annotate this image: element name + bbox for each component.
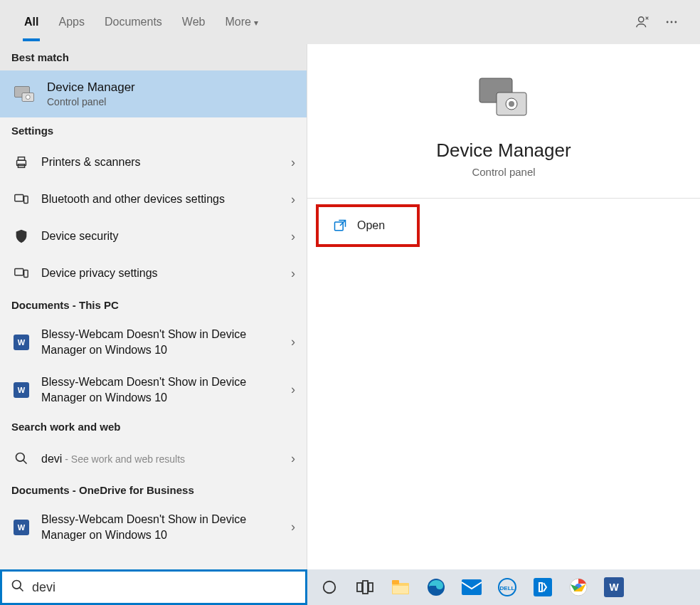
word-doc-icon: W — [11, 332, 31, 352]
tab-more[interactable]: More▾ — [215, 3, 267, 41]
results-pane: Best match Device Manager Control panel … — [0, 44, 307, 569]
docs-pc-header: Documents - This PC — [0, 292, 307, 318]
svg-rect-13 — [24, 270, 28, 277]
svg-text:DELL: DELL — [500, 585, 515, 591]
work-web-header: Search work and web — [0, 414, 307, 440]
tab-all[interactable]: All — [14, 3, 48, 41]
detail-subtitle: Control panel — [307, 166, 700, 178]
word-doc-icon: W — [11, 517, 31, 537]
chevron-right-icon: › — [291, 229, 295, 244]
settings-item-bluetooth[interactable]: Bluetooth and other devices settings › — [0, 181, 307, 218]
taskbar-taskview[interactable] — [349, 573, 381, 601]
device-manager-icon — [11, 81, 37, 107]
best-match-title: Device Manager — [47, 80, 135, 95]
taskbar-edge[interactable] — [420, 573, 452, 601]
detail-title: Device Manager — [307, 140, 700, 162]
taskbar-dell[interactable]: DELL — [491, 573, 524, 601]
work-web-item[interactable]: devi - See work and web results › — [0, 440, 307, 477]
svg-point-2 — [671, 21, 673, 23]
device-manager-large-icon — [474, 73, 534, 122]
taskbar-app[interactable] — [526, 573, 559, 601]
svg-rect-22 — [357, 583, 362, 591]
devices-icon — [11, 189, 31, 209]
svg-point-18 — [509, 101, 514, 107]
settings-item-printers[interactable]: Printers & scanners › — [0, 144, 307, 181]
taskbar: DELL W — [307, 569, 700, 605]
feedback-icon[interactable] — [629, 8, 657, 36]
chevron-right-icon: › — [291, 155, 295, 170]
taskbar-cortana[interactable] — [313, 573, 346, 601]
tab-web[interactable]: Web — [172, 3, 216, 41]
tab-documents[interactable]: Documents — [95, 3, 172, 41]
svg-point-6 — [26, 95, 30, 100]
chevron-right-icon: › — [291, 520, 295, 535]
search-input[interactable] — [32, 580, 297, 595]
settings-header: Settings — [0, 117, 307, 144]
svg-point-20 — [13, 581, 21, 589]
settings-item-privacy[interactable]: Device privacy settings › — [0, 255, 307, 292]
chevron-right-icon: › — [291, 266, 295, 281]
printer-icon — [11, 152, 31, 172]
word-doc-icon: W — [11, 380, 31, 400]
svg-rect-11 — [24, 196, 28, 203]
svg-rect-10 — [15, 195, 23, 201]
options-icon[interactable] — [657, 8, 686, 36]
open-action[interactable]: Open — [316, 204, 420, 247]
svg-point-1 — [667, 21, 669, 23]
search-bar[interactable] — [0, 569, 307, 605]
chevron-right-icon: › — [291, 335, 295, 349]
svg-rect-12 — [15, 269, 23, 275]
svg-point-14 — [16, 453, 25, 462]
svg-rect-29 — [462, 579, 482, 595]
taskbar-word[interactable]: W — [598, 573, 630, 601]
search-tabs: All Apps Documents Web More▾ — [0, 0, 700, 44]
taskbar-mail[interactable] — [455, 573, 488, 601]
search-icon — [11, 448, 31, 468]
best-match-subtitle: Control panel — [47, 96, 135, 107]
shield-icon — [11, 226, 31, 246]
chevron-down-icon: ▾ — [254, 18, 258, 28]
svg-point-21 — [324, 582, 336, 594]
svg-rect-26 — [392, 580, 399, 584]
best-match-item[interactable]: Device Manager Control panel — [0, 70, 307, 117]
svg-rect-23 — [363, 581, 368, 594]
open-icon — [333, 219, 347, 233]
detail-pane: Device Manager Control panel Open — [307, 44, 700, 569]
svg-point-3 — [674, 21, 677, 23]
devices-icon — [11, 263, 31, 283]
taskbar-chrome[interactable] — [562, 573, 595, 601]
open-label: Open — [357, 219, 385, 232]
best-match-header: Best match — [0, 44, 307, 70]
chevron-right-icon: › — [291, 192, 295, 207]
svg-rect-8 — [18, 157, 24, 161]
docs-od-header: Documents - OneDrive for Business — [0, 477, 307, 503]
taskbar-explorer[interactable] — [384, 573, 417, 601]
chevron-right-icon: › — [291, 382, 295, 397]
chevron-right-icon: › — [291, 451, 295, 466]
svg-rect-27 — [393, 586, 408, 594]
doc-item[interactable]: W Blessy-Webcam Doesn't Show in Device M… — [0, 318, 307, 366]
settings-item-security[interactable]: Device security › — [0, 218, 307, 255]
doc-item[interactable]: W Blessy-Webcam Doesn't Show in Device M… — [0, 366, 307, 414]
svg-rect-24 — [368, 583, 373, 591]
doc-item[interactable]: W Blessy-Webcam Doesn't Show in Device M… — [0, 503, 307, 551]
svg-point-0 — [639, 17, 644, 22]
search-icon — [11, 579, 25, 596]
tab-apps[interactable]: Apps — [48, 3, 94, 41]
